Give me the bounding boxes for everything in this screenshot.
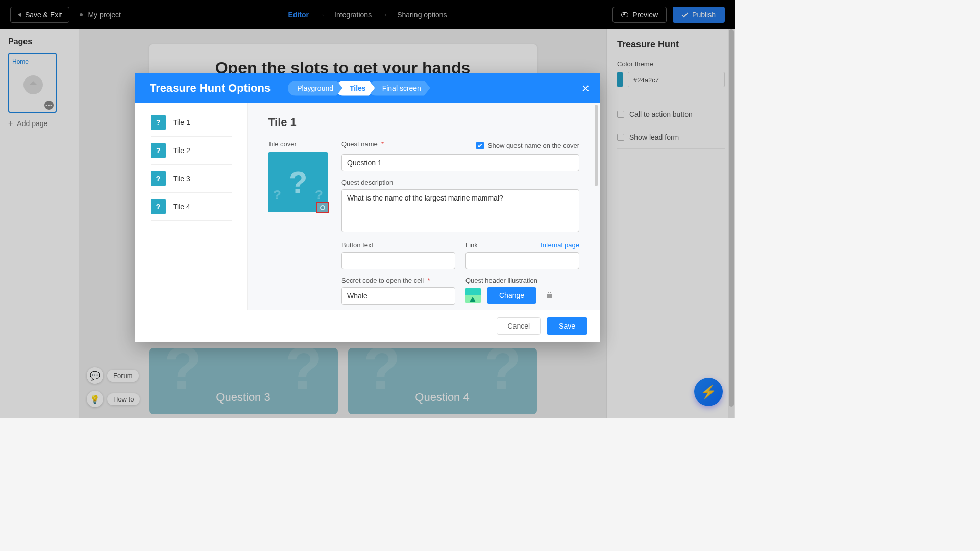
tile-list-item[interactable]: ? Tile 1 (151, 109, 232, 137)
tile-list-label: Tile 4 (173, 203, 190, 211)
modal-title: Treasure Hunt Options (150, 82, 271, 95)
tile-list-item[interactable]: ? Tile 4 (151, 193, 232, 221)
tile-list: ? Tile 1 ? Tile 2 ? Tile 3 ? Tile 4 (135, 103, 248, 310)
link-input[interactable] (465, 252, 579, 269)
quest-name-field: Quest name * Show quest name on the cove… (341, 140, 579, 171)
treasure-hunt-options-modal: Treasure Hunt Options Playground Tiles F… (135, 73, 600, 342)
step-playground[interactable]: Playground (288, 81, 342, 96)
modal-header: Treasure Hunt Options Playground Tiles F… (135, 73, 600, 103)
quest-desc-label: Quest description (341, 179, 579, 186)
modal-close-button[interactable]: × (582, 82, 590, 95)
quest-desc-input[interactable] (341, 189, 579, 232)
secret-code-label: Secret code to open the cell * (341, 277, 455, 284)
secret-illus-row: Secret code to open the cell * Quest hea… (341, 277, 579, 305)
button-text-label: Button text (341, 241, 455, 249)
tile-cover-preview[interactable]: ? ? ? (268, 152, 328, 212)
button-text-field: Button text (341, 241, 455, 269)
cover-column: Tile cover ? ? ? (268, 140, 329, 305)
show-name-checkbox[interactable]: Show quest name on the cover (476, 142, 579, 149)
cover-resize-handle[interactable] (316, 202, 329, 213)
checkbox-checked-icon (476, 142, 484, 149)
button-link-row: Button text Link Internal page (341, 241, 579, 269)
quest-name-input[interactable] (341, 154, 579, 171)
link-field: Link Internal page (465, 241, 579, 269)
quest-desc-field: Quest description (341, 179, 579, 234)
tile-form: Tile 1 Tile cover ? ? ? (248, 103, 600, 310)
tile-form-heading: Tile 1 (268, 116, 579, 129)
illustration-thumbnail[interactable] (465, 288, 481, 303)
required-star-icon: * (381, 140, 384, 148)
modal-body: ? Tile 1 ? Tile 2 ? Tile 3 ? Tile 4 Tile… (135, 103, 600, 310)
tile-thumb-icon: ? (151, 143, 166, 158)
illustration-field: Quest header illustration Change 🗑 (465, 277, 579, 305)
modal-stepper: Playground Tiles Final screen (288, 81, 430, 96)
tile-thumb-icon: ? (151, 115, 166, 130)
save-button[interactable]: Save (547, 317, 587, 335)
cover-label: Tile cover (268, 140, 329, 148)
tile-list-label: Tile 3 (173, 174, 190, 183)
show-name-label: Show quest name on the cover (488, 142, 579, 149)
tile-list-label: Tile 2 (173, 146, 190, 155)
change-illustration-button[interactable]: Change (487, 287, 536, 304)
tile-list-item[interactable]: ? Tile 3 (151, 165, 232, 193)
required-star-icon: * (427, 277, 430, 284)
handle-icon (320, 205, 325, 210)
modal-scrollbar[interactable] (595, 105, 598, 186)
step-final[interactable]: Final screen (369, 81, 430, 96)
link-label: Link (465, 241, 478, 249)
internal-page-link[interactable]: Internal page (541, 241, 579, 249)
illustration-label: Quest header illustration (465, 277, 579, 284)
question-mark-icon: ? (273, 187, 281, 203)
secret-code-field: Secret code to open the cell * (341, 277, 455, 305)
tile-thumb-icon: ? (151, 199, 166, 214)
trash-icon[interactable]: 🗑 (546, 291, 554, 300)
cancel-button[interactable]: Cancel (497, 317, 541, 335)
modal-footer: Cancel Save (135, 310, 600, 342)
tile-thumb-icon: ? (151, 171, 166, 186)
tile-list-item[interactable]: ? Tile 2 (151, 137, 232, 165)
question-mark-icon: ? (315, 187, 323, 203)
tile-list-label: Tile 1 (173, 118, 190, 127)
secret-code-input[interactable] (341, 287, 455, 305)
button-text-input[interactable] (341, 252, 455, 269)
question-mark-icon: ? (289, 165, 308, 200)
quest-name-label: Quest name * (341, 140, 384, 148)
fields-column: Quest name * Show quest name on the cove… (341, 140, 579, 305)
close-icon: × (582, 81, 590, 96)
